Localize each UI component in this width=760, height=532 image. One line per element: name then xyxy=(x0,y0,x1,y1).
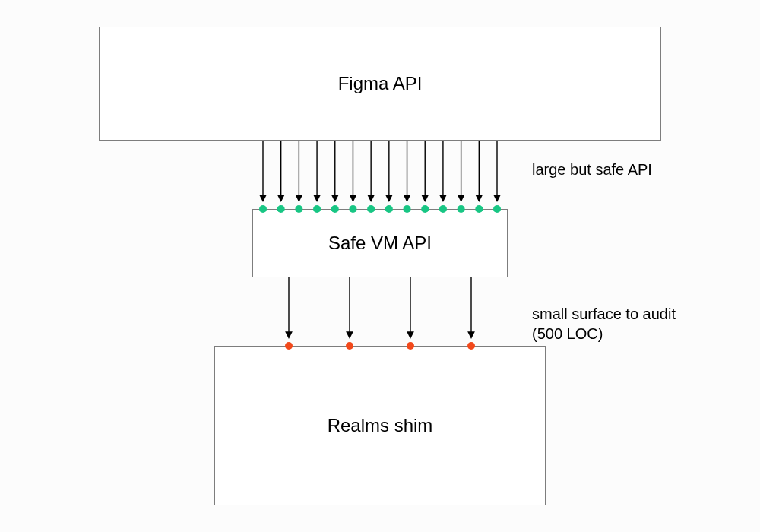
box-safe-vm-api: Safe VM API xyxy=(252,209,508,277)
box-figma-api-label: Figma API xyxy=(338,73,423,94)
box-realms-shim: Realms shim xyxy=(214,346,546,505)
box-realms-shim-label: Realms shim xyxy=(328,415,433,436)
annotation-small-surface: small surface to audit(500 LOC) xyxy=(532,304,676,344)
box-figma-api: Figma API xyxy=(99,27,661,141)
diagram-stage: Figma API Safe VM API Realms shim large … xyxy=(0,0,760,532)
box-safe-vm-api-label: Safe VM API xyxy=(328,233,432,254)
annotation-large-safe-api: large but safe API xyxy=(532,160,652,179)
